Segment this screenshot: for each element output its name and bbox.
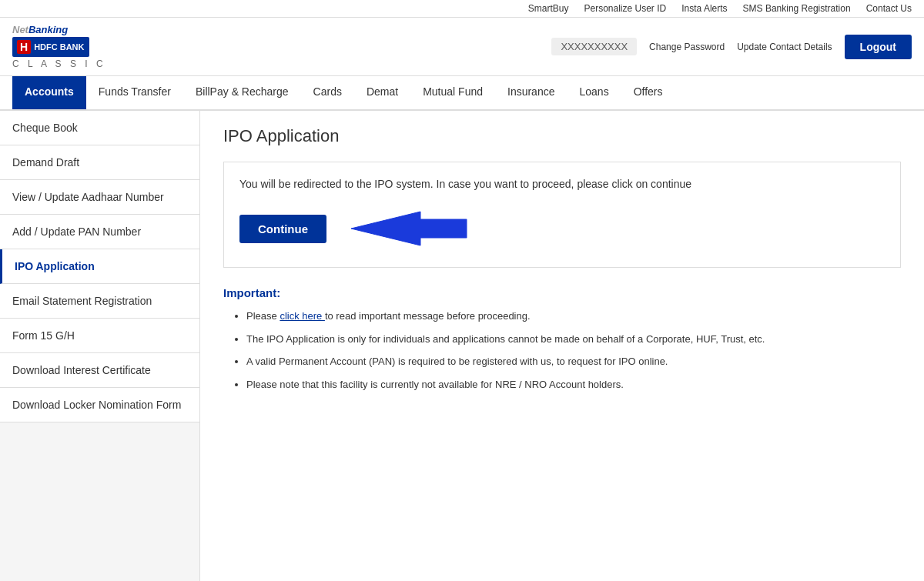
bullet-1-text: Please [246,310,280,322]
bullet-item-3: A valid Permanent Account (PAN) is requi… [246,354,901,369]
hdfc-bank-label: HDFC BANK [34,42,84,52]
header-right: XXXXXXXXXX Change Password Update Contac… [551,35,912,59]
insta-alerts-link[interactable]: Insta Alerts [681,3,727,14]
bullet-list: Please click here to read important mess… [223,309,901,392]
bullet-1-after: to read important message before proceed… [325,310,531,322]
main-layout: Cheque Book Demand Draft View / Update A… [0,111,924,581]
classic-label: C L A S S I C [12,58,106,69]
h-icon: H [17,40,31,54]
netbanking-label: NetBanking [12,24,106,35]
important-section: Important: Please click here to read imp… [223,286,901,392]
nav-offers[interactable]: Offers [621,76,675,109]
nav-accounts[interactable]: Accounts [12,76,86,109]
bullet-item-2: The IPO Application is only for individu… [246,332,901,347]
user-name: XXXXXXXXXX [551,38,637,55]
info-text: You will be redirected to the IPO system… [239,178,885,190]
nav-mutual-fund[interactable]: Mutual Fund [410,76,495,109]
sidebar-item-interest-cert[interactable]: Download Interest Certificate [0,353,199,388]
sidebar-item-demand-draft[interactable]: Demand Draft [0,145,199,180]
sidebar-item-aadhaar[interactable]: View / Update Aadhaar Number [0,180,199,215]
nav-billpay[interactable]: BillPay & Recharge [183,76,301,109]
continue-button[interactable]: Continue [239,215,326,243]
contact-us-link[interactable]: Contact Us [866,3,912,14]
content-area: IPO Application You will be redirected t… [200,111,924,581]
nav-demat[interactable]: Demat [354,76,410,109]
sidebar: Cheque Book Demand Draft View / Update A… [0,111,200,581]
header: NetBanking H HDFC BANK C L A S S I C XXX… [0,18,924,76]
bullet-item-4: Please note that this facility is curren… [246,377,901,392]
sidebar-item-email-statement[interactable]: Email Statement Registration [0,284,199,319]
arrow-svg [343,205,474,252]
arrow-annotation [343,205,474,252]
change-password-link[interactable]: Change Password [649,42,725,52]
top-utility-bar: SmartBuy Personalize User ID Insta Alert… [0,0,924,18]
nav-cards[interactable]: Cards [301,76,354,109]
nav-funds-transfer[interactable]: Funds Transfer [86,76,183,109]
bullet-item-1: Please click here to read important mess… [246,309,901,324]
click-here-link[interactable]: click here [280,310,325,322]
sidebar-item-form15[interactable]: Form 15 G/H [0,319,199,353]
logout-button[interactable]: Logout [845,35,912,59]
nav-insurance[interactable]: Insurance [495,76,567,109]
logo-area: NetBanking H HDFC BANK C L A S S I C [12,24,106,69]
svg-marker-0 [351,212,467,245]
hdfc-logo-box: H HDFC BANK [12,37,89,57]
nav-loans[interactable]: Loans [567,76,621,109]
sidebar-item-ipo[interactable]: IPO Application [0,249,199,284]
sidebar-item-pan[interactable]: Add / Update PAN Number [0,215,199,249]
info-box: You will be redirected to the IPO system… [223,162,901,268]
sms-banking-link[interactable]: SMS Banking Registration [743,3,851,14]
update-contact-link[interactable]: Update Contact Details [737,42,832,52]
page-title: IPO Application [223,126,901,146]
hdfc-logo: H HDFC BANK [12,37,106,57]
sidebar-item-locker-form[interactable]: Download Locker Nomination Form [0,388,199,422]
sidebar-item-cheque-book[interactable]: Cheque Book [0,111,199,145]
header-links: Change Password Update Contact Details [649,42,832,52]
smartbuy-link[interactable]: SmartBuy [528,3,569,14]
personalize-link[interactable]: Personalize User ID [584,3,666,14]
important-label: Important: [223,286,901,299]
nav-bar: Accounts Funds Transfer BillPay & Rechar… [0,76,924,111]
